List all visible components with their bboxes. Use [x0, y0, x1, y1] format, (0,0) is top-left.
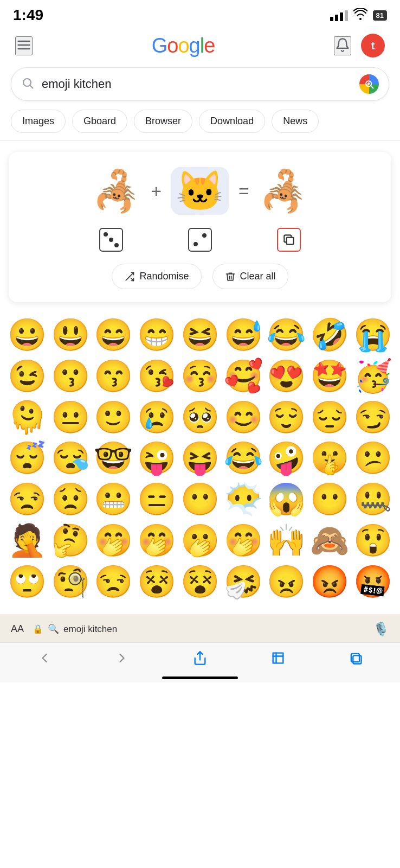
emoji-pleading[interactable]: 🥺 — [179, 398, 221, 437]
emoji-blank[interactable]: 😶 — [309, 480, 350, 519]
emoji-melting[interactable]: 🫠 — [7, 398, 48, 437]
microphone-icon[interactable]: 🎙️ — [373, 622, 389, 637]
emoji-kiss-heart[interactable]: 😘 — [136, 356, 177, 395]
emoji-stuck-out-tongue[interactable]: 😝 — [179, 438, 221, 477]
emoji-see-no-evil[interactable]: 🙈 — [309, 521, 350, 560]
emoji-partying[interactable]: 🥳 — [352, 356, 393, 395]
emoji-rage[interactable]: 😡 — [309, 562, 350, 601]
emoji-heart-eyes[interactable]: 😍 — [266, 356, 307, 395]
emoji-winking-tongue[interactable]: 😜 — [136, 438, 177, 477]
clear-all-button[interactable]: Clear all — [212, 264, 288, 289]
emoji-roll-eyes[interactable]: 🙄 — [7, 562, 48, 601]
emoji-center[interactable]: 🐱 — [171, 167, 229, 215]
emoji-laughing-covering[interactable]: 🤭 — [223, 521, 264, 560]
emoji-left[interactable]: 🦂 — [92, 171, 141, 210]
emoji-shocked[interactable]: 😲 — [352, 521, 393, 560]
emoji-wink[interactable]: 😉 — [7, 356, 48, 395]
emoji-sob[interactable]: 😭 — [352, 315, 393, 354]
emoji-kissing[interactable]: 😙 — [93, 356, 134, 395]
emoji-nerd[interactable]: 🤓 — [93, 438, 134, 477]
emoji-squinting-tongue[interactable]: 😂 — [223, 438, 264, 477]
emoji-joy[interactable]: 😂 — [266, 315, 307, 354]
emoji-smiling-hearts[interactable]: 🥰 — [223, 356, 264, 395]
emoji-rofl[interactable]: 🤣 — [309, 315, 350, 354]
dice-center-icon[interactable] — [188, 228, 212, 252]
font-size-control[interactable]: AA — [11, 623, 24, 635]
emoji-dizzy2[interactable]: 😵 — [179, 562, 221, 601]
emoji-row-4: 😴 😪 🤓 😜 😝 😂 🤪 🤫 😕 — [5, 438, 395, 477]
emoji-flushed[interactable]: 😱 — [266, 480, 307, 519]
emoji-whistle[interactable]: 😗 — [50, 356, 91, 395]
emoji-monocle[interactable]: 🧐 — [50, 562, 91, 601]
emoji-shushing[interactable]: 🤫 — [309, 438, 350, 477]
tabs-button[interactable] — [348, 650, 363, 666]
emoji-expressionless2[interactable]: 😒 — [93, 562, 134, 601]
emoji-zany[interactable]: 🤪 — [266, 438, 307, 477]
emoji-hands-up[interactable]: 🙌 — [266, 521, 307, 560]
emoji-slightly-smile[interactable]: 🙂 — [93, 398, 134, 437]
emoji-angry[interactable]: 😠 — [266, 562, 307, 601]
emoji-grinning[interactable]: 😀 — [7, 315, 48, 354]
kitchen-emoji-row: 🦂 + 🐱 = 🦂 — [20, 167, 380, 215]
back-button[interactable] — [37, 650, 52, 666]
emoji-grid: 😀 😃 😄 😁 😆 😅 😂 🤣 😭 😉 😗 😙 😘 😚 🥰 😍 🤩 🥳 🫠 😐 … — [0, 315, 400, 601]
emoji-confused[interactable]: 😕 — [352, 438, 393, 477]
emoji-relieved[interactable]: 😌 — [266, 398, 307, 437]
emoji-beaming[interactable]: 😁 — [136, 315, 177, 354]
emoji-thinking[interactable]: 🤔 — [50, 521, 91, 560]
emoji-sleepy[interactable]: 😪 — [50, 438, 91, 477]
status-time: 1:49 — [13, 7, 43, 24]
chip-news[interactable]: News — [272, 110, 319, 133]
share-button[interactable] — [192, 650, 208, 666]
emoji-grin[interactable]: 😃 — [50, 315, 91, 354]
emoji-zipper-mouth[interactable]: 🤐 — [352, 480, 393, 519]
emoji-kiss-closed[interactable]: 😚 — [179, 356, 221, 395]
forward-button[interactable] — [114, 650, 130, 666]
emoji-smirk[interactable]: 😏 — [352, 398, 393, 437]
emoji-zzz[interactable]: 😴 — [7, 438, 48, 477]
chip-gboard[interactable]: Gboard — [72, 110, 127, 133]
emoji-grimacing[interactable]: 😬 — [93, 480, 134, 519]
copy-icon[interactable] — [277, 228, 301, 252]
emoji-pensive[interactable]: 😔 — [309, 398, 350, 437]
search-input[interactable] — [42, 77, 352, 91]
emoji-hand-mouth[interactable]: 🤭 — [93, 521, 134, 560]
notifications-button[interactable] — [334, 36, 351, 55]
search-bar[interactable] — [11, 67, 389, 101]
emoji-sneezing[interactable]: 🤧 — [223, 562, 264, 601]
search-bar-icon: 🔍 — [48, 623, 59, 635]
emoji-dotted-mouth[interactable]: 😶‍🌫️ — [223, 480, 264, 519]
randomise-button[interactable]: Randomise — [112, 264, 201, 289]
emoji-unamused[interactable]: 😒 — [7, 480, 48, 519]
status-bar: 1:49 81 — [0, 0, 400, 28]
status-icons: 81 — [330, 8, 387, 23]
emoji-dizzy[interactable]: 😵 — [136, 562, 177, 601]
emoji-hand-mouth2[interactable]: 🤭 — [136, 521, 177, 560]
emoji-smile[interactable]: 😄 — [93, 315, 134, 354]
chip-browser[interactable]: Browser — [134, 110, 192, 133]
emoji-laughing[interactable]: 😆 — [179, 315, 221, 354]
emoji-worried[interactable]: 😟 — [50, 480, 91, 519]
emoji-sweat-smile[interactable]: 😅 — [223, 315, 264, 354]
emoji-cry[interactable]: 😢 — [136, 398, 177, 437]
emoji-neutral[interactable]: 😐 — [50, 398, 91, 437]
dice-left-icon[interactable] — [99, 228, 123, 252]
hamburger-button[interactable] — [15, 36, 33, 55]
search-bar-container — [0, 65, 400, 110]
url-bar[interactable]: 🔒 🔍 emoji kitchen — [33, 623, 364, 635]
emoji-expressionless[interactable]: 😑 — [136, 480, 177, 519]
emoji-blush[interactable]: 😊 — [223, 398, 264, 437]
chip-download[interactable]: Download — [199, 110, 265, 133]
emoji-covering-mouth[interactable]: 🫢 — [179, 521, 221, 560]
avatar[interactable]: t — [361, 34, 385, 58]
emoji-facepalm[interactable]: 🤦 — [7, 521, 48, 560]
emoji-no-mouth[interactable]: 😶 — [179, 480, 221, 519]
chip-images[interactable]: Images — [11, 110, 66, 133]
google-lens-icon[interactable] — [359, 74, 379, 94]
emoji-symbols-mouth[interactable]: 🤬 — [352, 562, 393, 601]
randomise-label: Randomise — [139, 271, 189, 282]
svg-point-3 — [23, 79, 31, 86]
bookmarks-button[interactable] — [270, 650, 286, 666]
emoji-star-struck[interactable]: 🤩 — [309, 356, 350, 395]
header: Google t — [0, 28, 400, 65]
